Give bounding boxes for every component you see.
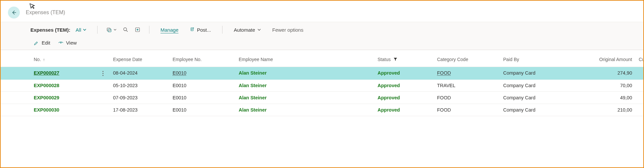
post-icon [190, 27, 195, 32]
cell-employee-name: Alan Steiner [235, 79, 374, 91]
expense-no-link[interactable]: EXP000029 [34, 95, 59, 100]
new-button[interactable] [133, 25, 142, 34]
chevron-down-icon [83, 28, 87, 32]
svg-point-5 [60, 42, 61, 43]
expense-no-link[interactable]: EXP000027 [34, 70, 59, 76]
col-header-no[interactable]: No. ↑ [30, 50, 97, 67]
cell-category[interactable]: TRAVEL [434, 79, 500, 91]
cell-employee-no[interactable]: E0010 [169, 79, 235, 91]
cell-currency [635, 104, 644, 116]
col-header-category[interactable]: Category Code [434, 50, 500, 67]
automate-dropdown[interactable]: Automate [232, 26, 263, 34]
view-label: View [66, 40, 77, 46]
toolbar-main-row: Expenses (TEM): All [1, 22, 643, 37]
cell-category[interactable]: FOOD [434, 91, 500, 104]
cell-paid-by: Company Card [500, 104, 583, 116]
table-header-row: No. ↑ Expense Date Employee No. Employee… [1, 50, 644, 67]
automate-label: Automate [234, 27, 255, 33]
cell-amount: 49,00 [583, 91, 635, 104]
cell-status: Approved [374, 104, 434, 116]
cell-employee-no[interactable]: E0010 [169, 67, 235, 80]
expenses-table: No. ↑ Expense Date Employee No. Employee… [1, 50, 644, 116]
cell-amount: 274,90 [583, 67, 635, 80]
cell-amount: 210,00 [583, 104, 635, 116]
cell-date: 17-08-2023 [110, 104, 169, 116]
data-grid: No. ↑ Expense Date Employee No. Employee… [1, 50, 643, 116]
pad-cell [1, 79, 30, 91]
page-title: Expenses (TEM) [26, 10, 65, 16]
cell-date: 05-10-2023 [110, 79, 169, 91]
edit-label: Edit [42, 40, 50, 46]
post-label: Post... [197, 27, 211, 33]
view-button[interactable]: View [58, 40, 77, 46]
col-header-currency[interactable]: Currency C [635, 50, 644, 67]
cell-row-menu [97, 79, 110, 91]
cell-status: Approved [374, 67, 434, 80]
pencil-icon [34, 40, 39, 46]
cell-category[interactable]: FOOD [434, 104, 500, 116]
view-filter-dropdown[interactable]: All [76, 27, 87, 33]
col-status-label: Status [378, 57, 391, 62]
cell-no: EXP000029 [30, 91, 97, 104]
manage-tab[interactable]: Manage [159, 26, 181, 34]
filter-icon [393, 57, 397, 62]
table-body: EXP00002708-04-2024E0010Alan SteinerAppr… [1, 67, 644, 116]
expense-no-link[interactable]: EXP000030 [34, 107, 59, 113]
col-header-status[interactable]: Status [374, 50, 434, 67]
cell-date: 07-09-2023 [110, 91, 169, 104]
cell-no: EXP000028 [30, 79, 97, 91]
cell-row-menu [97, 104, 110, 116]
cell-paid-by: Company Card [500, 67, 583, 80]
edit-button[interactable]: Edit [34, 40, 50, 46]
pad-cell [1, 67, 30, 80]
arrow-left-icon [11, 10, 17, 16]
cell-no: EXP000027 [30, 67, 97, 80]
table-row[interactable]: EXP00003017-08-2023E0010Alan SteinerAppr… [1, 104, 644, 116]
svg-rect-1 [108, 29, 111, 32]
back-button[interactable] [8, 7, 20, 18]
cell-currency [635, 91, 644, 104]
cell-status: Approved [374, 79, 434, 91]
page-header: Expenses (TEM) [1, 1, 643, 22]
app-frame: Expenses (TEM) Expenses (TEM): All [0, 0, 644, 168]
search-button[interactable] [121, 25, 131, 34]
share-button[interactable] [104, 25, 119, 34]
post-button[interactable]: Post... [188, 26, 213, 34]
search-icon [123, 27, 129, 33]
cell-row-menu [97, 91, 110, 104]
sort-ascending-icon: ↑ [43, 57, 45, 62]
table-row[interactable]: EXP00002907-09-2023E0010Alan SteinerAppr… [1, 91, 644, 104]
list-caption: Expenses (TEM): [30, 27, 70, 33]
cell-amount: 70,00 [583, 79, 635, 91]
col-header-paidby[interactable]: Paid By [500, 50, 583, 67]
col-header-empname[interactable]: Employee Name [235, 50, 374, 67]
table-row[interactable]: EXP00002805-10-2023E0010Alan SteinerAppr… [1, 79, 644, 91]
table-row[interactable]: EXP00002708-04-2024E0010Alan SteinerAppr… [1, 67, 644, 80]
cell-row-menu [97, 67, 110, 80]
chevron-down-icon [257, 28, 261, 32]
toolbar: Expenses (TEM): All [1, 22, 643, 50]
chevron-down-icon [113, 28, 117, 31]
cell-employee-no[interactable]: E0010 [169, 91, 235, 104]
svg-rect-0 [107, 28, 110, 31]
col-header-empno[interactable]: Employee No. [169, 50, 235, 67]
fewer-options-button[interactable]: Fewer options [272, 27, 303, 33]
expense-no-link[interactable]: EXP000028 [34, 83, 59, 88]
pad-cell [1, 91, 30, 104]
pad-col [1, 50, 30, 67]
cell-employee-name: Alan Steiner [235, 104, 374, 116]
cell-date: 08-04-2024 [110, 67, 169, 80]
cell-employee-no[interactable]: E0010 [169, 104, 235, 116]
row-menu-button[interactable] [100, 71, 106, 76]
col-no-label: No. [34, 57, 41, 62]
new-icon [135, 27, 141, 33]
cell-employee-name: Alan Steiner [235, 91, 374, 104]
col-header-date[interactable]: Expense Date [110, 50, 169, 67]
col-header-amount[interactable]: Original Amount [583, 50, 635, 67]
cell-no: EXP000030 [30, 104, 97, 116]
separator [222, 26, 222, 34]
cell-category[interactable]: FOOD [434, 67, 500, 80]
share-icon [106, 27, 112, 33]
toolbar-sub-row: Edit View [1, 37, 643, 50]
cell-currency [635, 67, 644, 80]
